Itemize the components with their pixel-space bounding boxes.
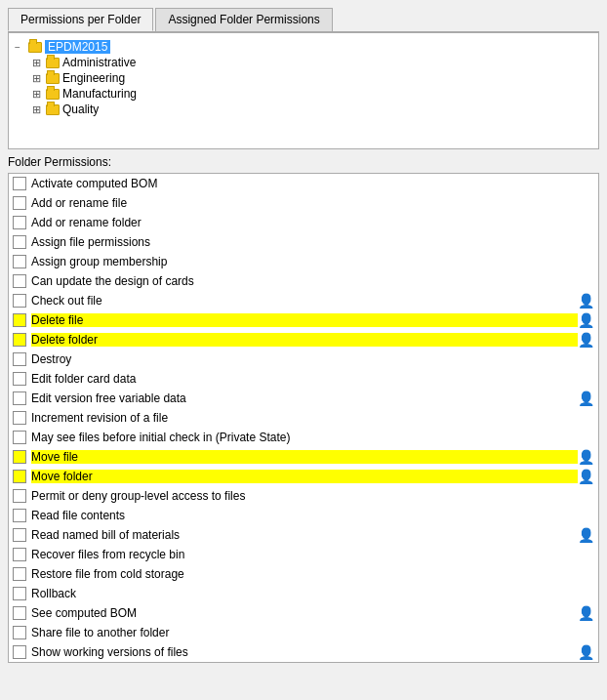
perm-label: Show working versions of files	[31, 645, 578, 659]
tree-item-administrative[interactable]: Administrative	[32, 55, 592, 70]
perm-label: Add or rename folder	[31, 216, 594, 229]
perm-checkbox[interactable]	[13, 372, 26, 386]
perm-label: Can update the design of cards	[31, 274, 594, 288]
perm-checkbox[interactable]	[13, 391, 26, 405]
perm-checkbox[interactable]	[13, 606, 26, 620]
perm-label: Edit folder card data	[31, 372, 594, 386]
perm-row: Delete file👤	[9, 310, 598, 330]
perm-checkbox[interactable]	[13, 528, 26, 542]
perm-checkbox[interactable]	[13, 333, 26, 347]
perm-checkbox[interactable]	[13, 352, 26, 366]
user-icon: 👤	[578, 293, 594, 309]
user-icon: 👤	[578, 644, 594, 660]
perm-checkbox[interactable]	[13, 567, 26, 581]
perm-checkbox[interactable]	[13, 470, 26, 483]
user-icon: 👤	[578, 527, 594, 543]
perm-row: Increment revision of a file	[9, 408, 598, 428]
perm-label: Add or rename file	[31, 196, 594, 210]
admin-expander[interactable]	[32, 57, 46, 69]
perm-row: Destroy	[9, 350, 598, 369]
tree-item-engineering[interactable]: Engineering	[32, 70, 592, 86]
perm-checkbox[interactable]	[13, 255, 26, 268]
admin-label: Administrative	[62, 56, 136, 69]
perm-row: Edit folder card data	[9, 369, 598, 389]
perm-checkbox[interactable]	[13, 177, 26, 190]
perm-checkbox[interactable]	[13, 431, 26, 444]
qual-label: Quality	[62, 103, 99, 116]
perm-row: Recover files from recycle bin	[9, 545, 598, 564]
qual-expander[interactable]	[32, 103, 46, 116]
perm-label: Rollback	[31, 587, 594, 600]
user-icon: 👤	[578, 312, 594, 328]
perm-checkbox[interactable]	[13, 509, 26, 522]
perm-checkbox[interactable]	[13, 274, 26, 288]
perm-checkbox[interactable]	[13, 450, 26, 464]
perm-checkbox[interactable]	[13, 645, 26, 659]
tab-assigned-folder-permissions[interactable]: Assigned Folder Permissions	[155, 8, 332, 31]
user-icon: 👤	[578, 449, 594, 465]
perm-row: See computed BOM👤	[9, 603, 598, 623]
tree-children: Administrative Engineering Manufacturing	[15, 55, 592, 117]
perm-row: Activate computed BOM	[9, 174, 598, 193]
perm-label: Move file	[31, 450, 578, 464]
tree-root-item[interactable]: − EPDM2015	[15, 39, 592, 55]
perm-checkbox[interactable]	[13, 216, 26, 229]
perm-label: See computed BOM	[31, 606, 578, 620]
perm-label: Increment revision of a file	[31, 411, 594, 425]
plus-icon	[32, 104, 41, 115]
plus-icon	[32, 89, 41, 100]
perm-checkbox[interactable]	[13, 294, 26, 308]
perm-label: Read named bill of materials	[31, 528, 578, 542]
perm-row: Edit version free variable data👤	[9, 389, 598, 408]
expander-minus-icon: −	[15, 42, 20, 53]
perm-row: Move file👤	[9, 447, 598, 467]
root-folder-icon	[28, 42, 42, 53]
perm-row: Check out file👤	[9, 291, 598, 310]
perm-row: Can update the design of cards	[9, 271, 598, 291]
perm-checkbox[interactable]	[13, 196, 26, 210]
perm-label: Check out file	[31, 294, 578, 308]
perm-checkbox[interactable]	[13, 489, 26, 503]
perm-checkbox[interactable]	[13, 626, 26, 639]
plus-icon	[32, 58, 41, 68]
tree-item-manufacturing[interactable]: Manufacturing	[32, 86, 592, 102]
perm-checkbox[interactable]	[13, 411, 26, 425]
perm-label: Delete folder	[31, 333, 578, 347]
mfg-expander[interactable]	[32, 88, 46, 101]
perm-label: Assign group membership	[31, 255, 594, 268]
folder-tree-panel: − EPDM2015 Administrative Engineering	[8, 32, 599, 149]
folder-permissions-label: Folder Permissions:	[8, 149, 599, 173]
tabs-bar: Permissions per Folder Assigned Folder P…	[8, 8, 599, 32]
user-icon: 👤	[578, 605, 594, 621]
plus-icon	[32, 73, 41, 84]
user-icon: 👤	[578, 391, 594, 406]
perm-row: Show working versions of files👤	[9, 642, 598, 662]
perm-label: Edit version free variable data	[31, 391, 578, 405]
perm-label: Assign file permissions	[31, 235, 594, 249]
perm-row: Read file contents	[9, 506, 598, 525]
perm-label: Delete file	[31, 313, 578, 327]
perm-checkbox[interactable]	[13, 587, 26, 600]
perm-row: Add or rename file	[9, 193, 598, 213]
perm-label: Move folder	[31, 470, 578, 483]
tab-permissions-per-folder[interactable]: Permissions per Folder	[8, 8, 153, 31]
perm-row: Permit or deny group-level access to fil…	[9, 486, 598, 506]
perm-row: May see files before initial check in (P…	[9, 428, 598, 447]
admin-folder-icon	[46, 58, 60, 68]
user-icon: 👤	[578, 332, 594, 348]
root-expander[interactable]: −	[15, 42, 28, 53]
perm-row: Read named bill of materials👤	[9, 525, 598, 545]
eng-expander[interactable]	[32, 72, 46, 85]
eng-label: Engineering	[62, 71, 125, 85]
tree-item-quality[interactable]: Quality	[32, 102, 592, 117]
perm-row: Add or rename folder	[9, 213, 598, 232]
perm-label: Permit or deny group-level access to fil…	[31, 489, 594, 503]
perm-label: Activate computed BOM	[31, 177, 594, 190]
perm-row: Share file to another folder	[9, 623, 598, 642]
permissions-panel: Activate computed BOMAdd or rename fileA…	[8, 173, 599, 663]
perm-checkbox[interactable]	[13, 235, 26, 249]
perm-row: Delete folder👤	[9, 330, 598, 350]
perm-checkbox[interactable]	[13, 548, 26, 561]
perm-label: Read file contents	[31, 509, 594, 522]
perm-checkbox[interactable]	[13, 313, 26, 327]
